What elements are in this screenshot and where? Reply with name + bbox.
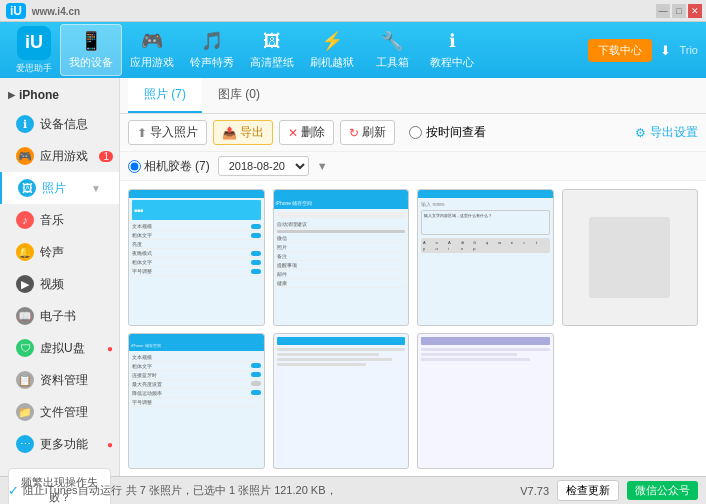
by-time-radio[interactable] <box>409 126 422 139</box>
top-navigation: iU 爱思助手 📱 我的设备 🎮 应用游戏 🎵 铃声特秀 🖼 高清壁纸 ⚡ 刷机… <box>0 22 706 78</box>
nav-my-device-label: 我的设备 <box>69 55 113 70</box>
photo-thumb-6[interactable] <box>273 333 410 470</box>
nav-app-games[interactable]: 🎮 应用游戏 <box>122 24 182 76</box>
sidebar: iPhone ℹ 设备信息 🎮 应用游戏 1 🖼 照片 ▼ ♪ 音乐 🔔 铃声 … <box>0 78 120 476</box>
file-mgr-icon: 📁 <box>16 403 34 421</box>
nav-app-games-label: 应用游戏 <box>130 55 174 70</box>
tab-albums[interactable]: 图库 (0) <box>202 78 276 113</box>
sidebar-item-device-info[interactable]: ℹ 设备信息 <box>0 108 119 140</box>
sidebar-item-music[interactable]: ♪ 音乐 <box>0 204 119 236</box>
export-button[interactable]: 📤 导出 <box>213 120 273 145</box>
delete-icon: ✕ <box>288 126 298 140</box>
sidebar-device-label: iPhone <box>0 82 119 108</box>
logo-text: 爱思助手 <box>16 62 52 75</box>
tools-icon: 🔧 <box>381 30 403 52</box>
sidebar-more-label: 更多功能 <box>40 436 88 453</box>
filter-row: 相机胶卷 (7) 2018-08-20 ▼ <box>120 152 706 181</box>
refresh-button[interactable]: ↻ 刷新 <box>340 120 395 145</box>
nav-wallpaper[interactable]: 🖼 高清壁纸 <box>242 24 302 76</box>
camera-roll-filter[interactable]: 相机胶卷 (7) <box>128 158 210 175</box>
music-sidebar-icon: ♪ <box>16 211 34 229</box>
sidebar-virtual-udisk-label: 虚拟U盘 <box>40 340 85 357</box>
nav-my-device[interactable]: 📱 我的设备 <box>60 24 122 76</box>
sidebar-device-info-label: 设备信息 <box>40 116 88 133</box>
main-area: iPhone ℹ 设备信息 🎮 应用游戏 1 🖼 照片 ▼ ♪ 音乐 🔔 铃声 … <box>0 78 706 476</box>
maximize-button[interactable]: □ <box>672 4 686 18</box>
settings-icon: ⚙ <box>635 126 646 140</box>
close-button[interactable]: ✕ <box>688 4 702 18</box>
export-icon: 📤 <box>222 126 237 140</box>
by-time-label: 按时间查看 <box>426 124 486 141</box>
more-badge: ● <box>107 439 113 450</box>
download-center-button[interactable]: 下载中心 <box>588 39 652 62</box>
flash-icon: ⚡ <box>321 30 343 52</box>
sidebar-ringtone-label: 铃声 <box>40 244 64 261</box>
import-photos-button[interactable]: ⬆ 导入照片 <box>128 120 207 145</box>
minimize-button[interactable]: — <box>656 4 670 18</box>
import-label: 导入照片 <box>150 124 198 141</box>
sidebar-item-ringtone[interactable]: 🔔 铃声 <box>0 236 119 268</box>
delete-label: 删除 <box>301 124 325 141</box>
nav-logo: iU 爱思助手 <box>8 24 60 76</box>
view-radio-group: 按时间查看 <box>409 124 486 141</box>
camera-roll-count: (7) <box>195 159 210 173</box>
titlebar: iU www.i4.cn — □ ✕ <box>0 0 706 22</box>
more-icon: ⋯ <box>16 435 34 453</box>
photo-thumb-4[interactable] <box>562 189 699 326</box>
photo-thumb-3[interactable]: 输入 notes 输入文字内容区域，这里什么有什么？ AoA⊕⊙ qwert y… <box>417 189 554 326</box>
ringtone-sidebar-icon: 🔔 <box>16 243 34 261</box>
photos-chevron-icon: ▼ <box>91 183 101 194</box>
nav-flash[interactable]: ⚡ 刷机越狱 <box>302 24 362 76</box>
sidebar-item-more[interactable]: ⋯ 更多功能 ● <box>0 428 119 460</box>
sidebar-video-label: 视频 <box>40 276 64 293</box>
stats-text: 共 7 张照片，已选中 1 张照片 121.20 KB， <box>126 483 337 498</box>
check-update-button[interactable]: 检查更新 <box>557 480 619 501</box>
sidebar-item-data-mgr[interactable]: 📋 资料管理 <box>0 364 119 396</box>
virtual-udisk-badge: ● <box>107 343 113 354</box>
itunes-check-icon: ✓ <box>8 483 19 498</box>
sidebar-item-file-mgr[interactable]: 📁 文件管理 <box>0 396 119 428</box>
photo-thumb-1[interactable]: ■■■ 文本规模 粗体文字 亮度 夜晚模式 粗体文字 字号调整 <box>128 189 265 326</box>
toolbar: ⬆ 导入照片 📤 导出 ✕ 删除 ↻ 刷新 按时间查看 ⚙ 导出设置 <box>120 114 706 152</box>
date-dropdown-icon[interactable]: ▼ <box>317 160 328 172</box>
nav-tools-label: 工具箱 <box>376 55 409 70</box>
refresh-icon: ↻ <box>349 126 359 140</box>
tab-photos[interactable]: 照片 (7) <box>128 78 202 113</box>
sidebar-app-games-label: 应用游戏 <box>40 148 88 165</box>
wallpaper-icon: 🖼 <box>263 31 281 52</box>
app-games-sidebar-icon: 🎮 <box>16 147 34 165</box>
photo-thumb-2[interactable]: iPhone 储存空间 自动清理建议 微信 照片 备注 提醒事项 邮件 健康 <box>273 189 410 326</box>
content-area: 照片 (7) 图库 (0) ⬆ 导入照片 📤 导出 ✕ 删除 ↻ 刷新 <box>120 78 706 476</box>
app-url: www.i4.cn <box>32 6 81 17</box>
nav-tools[interactable]: 🔧 工具箱 <box>362 24 422 76</box>
sidebar-music-label: 音乐 <box>40 212 64 229</box>
sidebar-item-virtual-udisk[interactable]: 🛡 虚拟U盘 ● <box>0 332 119 364</box>
sidebar-item-app-games[interactable]: 🎮 应用游戏 1 <box>0 140 119 172</box>
nav-wallpaper-label: 高清壁纸 <box>250 55 294 70</box>
sidebar-file-mgr-label: 文件管理 <box>40 404 88 421</box>
nav-tutorial[interactable]: ℹ 教程中心 <box>422 24 482 76</box>
wechat-button[interactable]: 微信公众号 <box>627 481 698 500</box>
nav-tutorial-label: 教程中心 <box>430 55 474 70</box>
video-sidebar-icon: ▶ <box>16 275 34 293</box>
sidebar-item-video[interactable]: ▶ 视频 <box>0 268 119 300</box>
sidebar-item-photos[interactable]: 🖼 照片 ▼ <box>0 172 119 204</box>
photos-sidebar-icon: 🖼 <box>18 179 36 197</box>
delete-button[interactable]: ✕ 删除 <box>279 120 334 145</box>
nav-right-area: 下载中心 ⬇ Trio <box>588 39 698 62</box>
sidebar-ebook-label: 电子书 <box>40 308 76 325</box>
sidebar-photos-label: 照片 <box>42 180 66 197</box>
sidebar-data-mgr-label: 资料管理 <box>40 372 88 389</box>
nav-ringtone-label: 铃声特秀 <box>190 55 234 70</box>
nav-ringtone[interactable]: 🎵 铃声特秀 <box>182 24 242 76</box>
photo-thumb-7[interactable] <box>417 333 554 470</box>
virtual-udisk-icon: 🛡 <box>16 339 34 357</box>
date-selector[interactable]: 2018-08-20 <box>218 156 309 176</box>
camera-roll-radio[interactable] <box>128 160 141 173</box>
export-settings-btn[interactable]: ⚙ 导出设置 <box>635 124 698 141</box>
content-tabs: 照片 (7) 图库 (0) <box>120 78 706 114</box>
photo-thumb-5[interactable]: iPhone 储存空间 文本规模 粗体文字 连接蓝牙时 最大亮度设置 降低运动频… <box>128 333 265 470</box>
export-settings-label: 导出设置 <box>650 124 698 141</box>
sidebar-item-ebook[interactable]: 📖 电子书 <box>0 300 119 332</box>
download-icon[interactable]: ⬇ <box>660 43 671 58</box>
